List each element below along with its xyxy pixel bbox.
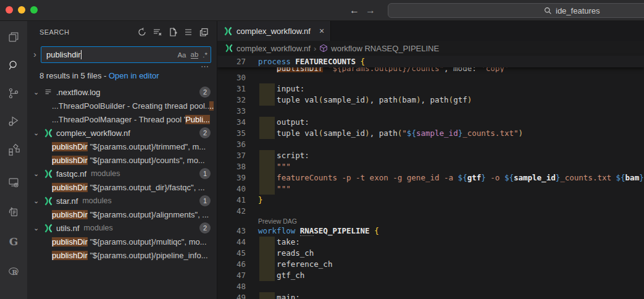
chevron-down-icon[interactable]: ⌄	[33, 197, 43, 205]
whole-word-toggle[interactable]: ab	[191, 51, 199, 59]
match-case-toggle[interactable]: Aa	[177, 51, 186, 59]
zoom-window-button[interactable]	[30, 6, 38, 14]
chevron-down-icon[interactable]: ⌄	[33, 170, 43, 178]
chevron-down-icon[interactable]: ⌄	[33, 224, 43, 232]
match-text: ...ThreadPoolBuilder - Creating thread p…	[52, 101, 209, 111]
close-window-button[interactable]	[6, 6, 13, 14]
code-line[interactable]: 30	[217, 72, 644, 83]
code-line[interactable]: 45 reads_ch	[217, 248, 644, 259]
chevron-down-icon[interactable]: ⌄	[33, 129, 43, 137]
nav-back-button[interactable]: ←	[349, 5, 359, 16]
toggle-replace-chevron[interactable]: ›	[33, 49, 36, 59]
code-line[interactable]: 44 take:	[217, 237, 644, 248]
nav-forward-button[interactable]: →	[366, 5, 375, 16]
code-token: }	[639, 173, 644, 182]
code-line[interactable]: 42	[217, 206, 644, 217]
close-tab-icon[interactable]: ×	[319, 26, 324, 36]
code-token: )	[365, 128, 370, 138]
search-result-match-row[interactable]: publishDir "${params.output}/pipeline_in…	[27, 248, 217, 262]
line-number: 48	[217, 281, 246, 292]
code-line[interactable]: 49 main:	[217, 292, 644, 299]
line-number: 35	[217, 128, 246, 139]
search-result-file-row[interactable]: ⌄complex_workflow.nf2	[27, 126, 217, 140]
code-text: workflow RNASEQ_PIPELINE {	[258, 225, 379, 237]
code-line[interactable]: 39 featureCounts -p -t exon -g gene_id -…	[217, 172, 644, 183]
code-token: SEQ_PIPELINE	[314, 226, 374, 235]
search-result-file-row[interactable]: ⌄utils.nfmodules2	[27, 221, 217, 235]
gitlens-icon[interactable]: G	[0, 231, 27, 252]
code-editor[interactable]: 27process FEATURECOUNTS { publishDir "${…	[217, 56, 644, 299]
code-token: workflow	[258, 226, 300, 235]
search-result-file-row[interactable]: ⌄star.nfmodules1	[27, 194, 217, 208]
run-debug-icon[interactable]	[0, 111, 27, 132]
search-result-match-row[interactable]: publishDir "${params.output}/counts", mo…	[27, 153, 217, 167]
code-token: {	[374, 226, 379, 235]
code-line[interactable]: 33	[217, 106, 644, 117]
command-center[interactable]: ide_features	[388, 3, 644, 18]
log-file-icon	[43, 87, 53, 97]
file-history-icon[interactable]	[0, 201, 27, 222]
extensions-icon[interactable]	[0, 139, 27, 160]
chevron-down-icon[interactable]: ⌄	[33, 88, 43, 96]
code-token: publishDir	[277, 67, 323, 72]
code-line[interactable]: 31 input:	[217, 83, 644, 95]
match-highlight: publishDir	[52, 251, 88, 260]
new-search-editor-icon[interactable]	[166, 25, 180, 39]
breadcrumb-symbol[interactable]: workflow RNASEQ_PIPELINE	[331, 44, 439, 53]
code-line[interactable]: 32 tuple val(sample_id), path(bam), path…	[217, 95, 644, 106]
code-token	[258, 67, 277, 72]
tab-complex-workflow[interactable]: complex_workflow.nf ×	[217, 21, 331, 41]
code-token: _counts.txt"	[462, 128, 518, 138]
collapse-all-icon[interactable]	[197, 25, 211, 39]
search-result-file-row[interactable]: ⌄fastqc.nfmodules1	[27, 167, 217, 180]
regex-toggle[interactable]: .*	[203, 51, 207, 59]
search-input[interactable]: publishdir Aa ab .*	[41, 46, 211, 63]
search-result-match-row[interactable]: publishDir "${params.output}/trimmed", m…	[27, 140, 217, 153]
search-result-match-row[interactable]: ...ThreadPoolManager - Thread pool 'Publ…	[27, 112, 217, 126]
search-result-match-row[interactable]: ...ThreadPoolBuilder - Creating thread p…	[27, 99, 217, 112]
code-line[interactable]: 37 script:	[217, 150, 644, 161]
code-text: featureCounts -p -t exon -g gene_id -a $…	[258, 172, 644, 183]
code-line[interactable]: 46 reference_ch	[217, 259, 644, 270]
editor-group: complex_workflow.nf × complex_workflow.n…	[217, 21, 644, 299]
search-result-file-row[interactable]: ⌄.nextflow.log2	[27, 85, 217, 99]
tab-bar: complex_workflow.nf ×	[217, 21, 644, 41]
code-line[interactable]: 38 """	[217, 161, 644, 172]
code-line[interactable]: 34 output:	[217, 117, 644, 128]
view-as-list-icon[interactable]	[182, 25, 195, 39]
search-result-match-row[interactable]: publishDir "${params.output_dir}/fastqc"…	[27, 180, 217, 194]
r-language-icon[interactable]: R	[0, 261, 27, 282]
open-in-editor-link[interactable]: Open in editor	[109, 71, 159, 80]
search-result-match-row[interactable]: publishDir "${params.output}/multiqc", m…	[27, 235, 217, 248]
search-icon[interactable]	[0, 55, 27, 76]
match-text: "${params.output}/counts", mo...	[88, 156, 205, 165]
clear-results-icon[interactable]	[151, 25, 164, 39]
refresh-icon[interactable]	[135, 25, 149, 39]
code-line[interactable]: 43workflow RNASEQ_PIPELINE {	[217, 225, 644, 237]
codelens-preview-dag[interactable]: Preview DAG	[217, 217, 644, 225]
code-line[interactable]: 36	[217, 139, 644, 150]
code-token: gtf	[467, 173, 482, 182]
remote-explorer-icon[interactable]	[0, 172, 27, 193]
code-line[interactable]: 40 """	[217, 183, 644, 195]
code-text: output:	[258, 117, 309, 128]
panel-title: SEARCH	[40, 28, 69, 36]
breadcrumb-file[interactable]: complex_workflow.nf	[236, 44, 311, 53]
code-text: tuple val(sample_id), path("${sample_id}…	[258, 128, 523, 139]
line-number: 44	[217, 237, 246, 248]
search-result-match-row[interactable]: publishDir "${params.output}/alignments"…	[27, 208, 217, 221]
code-line[interactable]: 47 gtf_ch	[217, 270, 644, 281]
minimize-window-button[interactable]	[18, 6, 25, 14]
code-text: """	[258, 183, 291, 195]
source-control-icon[interactable]	[0, 83, 27, 104]
code-token: )	[519, 128, 524, 138]
code-line[interactable]: 48	[217, 281, 644, 292]
cloud-icon[interactable]	[0, 292, 27, 299]
code-line[interactable]: 35 tuple val(sample_id), path("${sample_…	[217, 128, 644, 139]
scrolled-partial-line: publishDir "${params.output}/counts", mo…	[217, 67, 644, 72]
code-line[interactable]: 27process FEATURECOUNTS {	[217, 56, 644, 67]
code-line[interactable]: 41}	[217, 195, 644, 206]
line-number: 34	[217, 117, 246, 128]
explorer-icon[interactable]	[0, 27, 27, 48]
search-details-ellipsis[interactable]: ⋯	[201, 62, 209, 71]
